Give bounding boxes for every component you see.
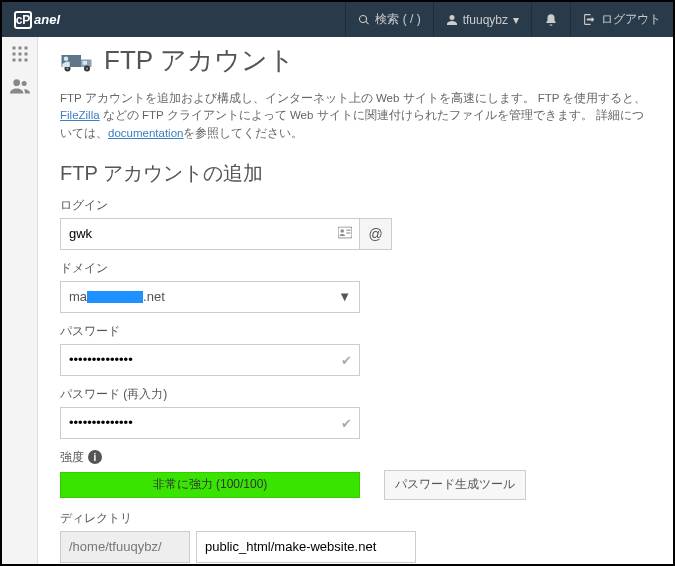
svg-rect-5 bbox=[24, 53, 27, 56]
users-icon[interactable] bbox=[9, 75, 31, 97]
domain-label: ドメイン bbox=[60, 260, 651, 277]
logout-icon bbox=[583, 13, 596, 26]
svg-rect-0 bbox=[12, 47, 15, 50]
svg-point-10 bbox=[21, 81, 26, 86]
svg-rect-21 bbox=[346, 229, 350, 230]
filezilla-link[interactable]: FileZilla bbox=[60, 109, 100, 121]
svg-rect-7 bbox=[18, 59, 21, 62]
svg-point-18 bbox=[64, 56, 69, 61]
chevron-down-icon: ▼ bbox=[338, 289, 351, 304]
directory-path-input[interactable] bbox=[196, 531, 416, 563]
page-title: FTP アカウント bbox=[104, 43, 295, 78]
ftp-truck-icon bbox=[60, 46, 96, 76]
svg-rect-2 bbox=[24, 47, 27, 50]
svg-point-20 bbox=[340, 229, 344, 233]
username-label: tfuuqybz bbox=[463, 13, 508, 27]
redacted-domain bbox=[87, 291, 143, 303]
search-icon bbox=[358, 14, 370, 26]
directory-label: ディレクトリ bbox=[60, 510, 651, 527]
logout-label: ログアウト bbox=[601, 11, 661, 28]
svg-rect-22 bbox=[346, 232, 350, 233]
at-sign-addon: @ bbox=[360, 218, 392, 250]
apps-icon[interactable] bbox=[9, 43, 31, 65]
contact-card-icon bbox=[338, 226, 352, 241]
svg-rect-6 bbox=[12, 59, 15, 62]
svg-rect-4 bbox=[18, 53, 21, 56]
valid-icon: ✔ bbox=[341, 415, 352, 430]
svg-rect-3 bbox=[12, 53, 15, 56]
user-icon bbox=[446, 14, 458, 26]
cpanel-logo: cPanel bbox=[2, 11, 72, 29]
svg-rect-8 bbox=[24, 59, 27, 62]
svg-point-15 bbox=[66, 67, 68, 69]
documentation-link[interactable]: documentation bbox=[108, 127, 183, 139]
logout-button[interactable]: ログアウト bbox=[570, 2, 673, 37]
info-icon[interactable]: i bbox=[88, 450, 102, 464]
login-input[interactable] bbox=[60, 218, 360, 250]
notifications[interactable] bbox=[531, 2, 570, 37]
caret-down-icon: ▾ bbox=[513, 13, 519, 27]
password2-label: パスワード (再入力) bbox=[60, 386, 651, 403]
password-label: パスワード bbox=[60, 323, 651, 340]
strength-label: 強度 i bbox=[60, 449, 651, 466]
password-input[interactable] bbox=[60, 344, 360, 376]
svg-rect-13 bbox=[83, 61, 88, 65]
bell-icon bbox=[544, 13, 558, 27]
password-generator-button[interactable]: パスワード生成ツール bbox=[384, 470, 526, 500]
user-menu[interactable]: tfuuqybz ▾ bbox=[433, 2, 531, 37]
directory-base bbox=[60, 531, 190, 563]
search-label: 検索 ( / ) bbox=[375, 11, 420, 28]
add-account-heading: FTP アカウントの追加 bbox=[60, 160, 651, 187]
password2-input[interactable] bbox=[60, 407, 360, 439]
svg-point-9 bbox=[13, 79, 20, 86]
intro-text: FTP アカウントを追加および構成し、インターネット上の Web サイトを高速に… bbox=[60, 90, 651, 142]
valid-icon: ✔ bbox=[341, 352, 352, 367]
top-navbar: cPanel 検索 ( / ) tfuuqybz ▾ ログアウト bbox=[2, 2, 673, 37]
strength-bar: 非常に強力 (100/100) bbox=[60, 472, 360, 498]
svg-point-17 bbox=[86, 67, 88, 69]
search-trigger[interactable]: 検索 ( / ) bbox=[345, 2, 432, 37]
login-label: ログイン bbox=[60, 197, 651, 214]
sidebar bbox=[2, 37, 38, 564]
domain-select[interactable]: ma.net ▼ bbox=[60, 281, 360, 313]
svg-rect-1 bbox=[18, 47, 21, 50]
